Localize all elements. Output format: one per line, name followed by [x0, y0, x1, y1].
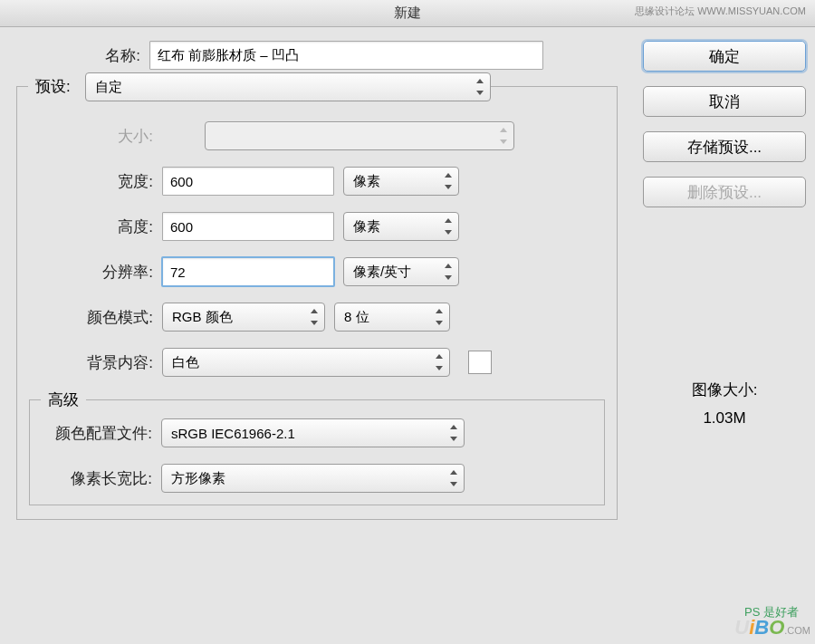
- bit-depth-select[interactable]: 8 位: [334, 303, 450, 332]
- background-select[interactable]: 白色: [162, 348, 450, 377]
- preset-fieldset: 预设: 自定 大小: 宽度:: [16, 86, 618, 520]
- width-unit-select[interactable]: 像素: [343, 167, 459, 196]
- size-row: 大小:: [22, 121, 612, 150]
- stepper-icon: [449, 425, 458, 441]
- colormode-label: 颜色模式:: [22, 307, 162, 328]
- dialog-body: 名称: 预设: 自定 大小:: [0, 27, 815, 543]
- dialog-title: 新建: [394, 5, 421, 22]
- delete-preset-button: 删除预设...: [643, 177, 806, 207]
- background-color-swatch[interactable]: [468, 351, 492, 374]
- height-label: 高度:: [22, 216, 162, 237]
- width-label: 宽度:: [22, 171, 162, 192]
- stepper-icon: [435, 354, 444, 370]
- profile-label: 颜色配置文件:: [34, 423, 161, 444]
- watermark-top: 思缘设计论坛 WWW.MISSYUAN.COM: [635, 5, 806, 18]
- pixel-aspect-select[interactable]: 方形像素: [161, 464, 465, 493]
- right-column: 确定 取消 存储预设... 删除预设... 图像大小: 1.03M: [625, 41, 806, 529]
- image-size-label: 图像大小:: [643, 380, 806, 400]
- titlebar: 新建 思缘设计论坛 WWW.MISSYUAN.COM: [0, 0, 815, 27]
- size-label: 大小:: [22, 126, 162, 147]
- resolution-input[interactable]: [162, 257, 334, 286]
- height-input[interactable]: [162, 212, 334, 241]
- height-row: 高度: 像素: [22, 212, 612, 241]
- image-size-section: 图像大小: 1.03M: [643, 380, 806, 428]
- height-unit-select[interactable]: 像素: [343, 212, 459, 241]
- stepper-icon: [475, 79, 484, 95]
- aspect-row: 像素长宽比: 方形像素: [34, 464, 599, 493]
- stepper-icon: [310, 309, 319, 325]
- profile-row: 颜色配置文件: sRGB IEC61966-2.1: [34, 418, 599, 447]
- colormode-row: 颜色模式: RGB 颜色 8 位: [22, 303, 612, 332]
- cancel-button[interactable]: 取消: [643, 86, 806, 117]
- size-select: [205, 121, 514, 150]
- stepper-icon: [444, 218, 453, 235]
- preset-select[interactable]: 自定: [85, 72, 491, 101]
- resolution-row: 分辨率: 像素/英寸: [22, 257, 612, 286]
- image-size-value: 1.03M: [643, 409, 806, 428]
- stepper-icon: [435, 309, 444, 325]
- stepper-icon: [449, 470, 458, 486]
- name-row: 名称:: [9, 41, 625, 70]
- width-row: 宽度: 像素: [22, 167, 612, 196]
- save-preset-button[interactable]: 存储预设...: [643, 131, 806, 162]
- stepper-icon: [444, 264, 453, 280]
- left-column: 名称: 预设: 自定 大小:: [9, 41, 625, 529]
- stepper-icon: [499, 128, 508, 144]
- aspect-label: 像素长宽比:: [34, 468, 161, 489]
- colormode-select[interactable]: RGB 颜色: [162, 303, 325, 332]
- advanced-fieldset: 高级 颜色配置文件: sRGB IEC61966-2.1 像素长宽比: 方形像素: [29, 399, 605, 505]
- width-input[interactable]: [162, 167, 334, 196]
- ok-button[interactable]: 确定: [643, 41, 806, 72]
- advanced-legend: 高级: [41, 389, 86, 410]
- resolution-unit-select[interactable]: 像素/英寸: [343, 257, 459, 286]
- color-profile-select[interactable]: sRGB IEC61966-2.1: [161, 418, 465, 447]
- name-input[interactable]: [149, 41, 543, 70]
- preset-legend: 预设:: [28, 76, 91, 97]
- stepper-icon: [444, 173, 453, 189]
- name-label: 名称:: [9, 45, 149, 66]
- background-label: 背景内容:: [22, 352, 162, 373]
- background-row: 背景内容: 白色: [22, 348, 612, 377]
- watermark-bottom: UiBO.COM: [734, 616, 810, 639]
- resolution-label: 分辨率:: [22, 262, 162, 283]
